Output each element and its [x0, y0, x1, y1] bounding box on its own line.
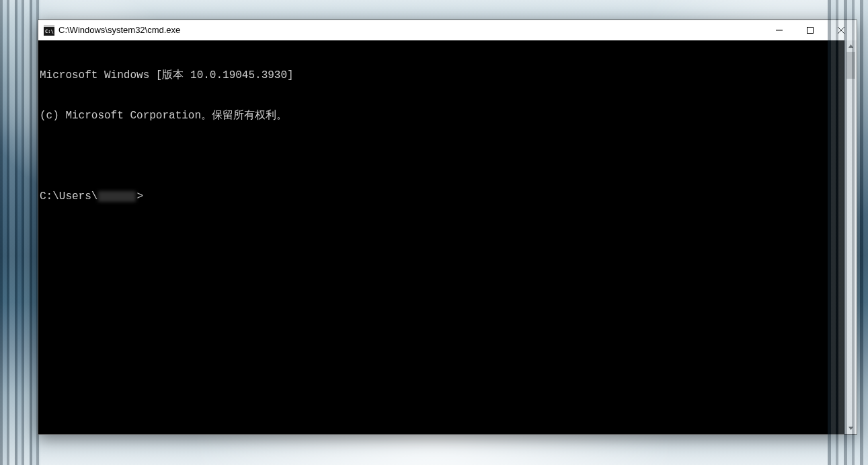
scroll-down-button[interactable] — [845, 423, 857, 434]
maximize-button[interactable] — [795, 20, 826, 40]
cmd-icon: C:\ — [44, 25, 54, 36]
window-title: C:\Windows\system32\cmd.exe — [58, 20, 764, 40]
console-line: (c) Microsoft Corporation。保留所有权利。 — [40, 109, 844, 122]
minimize-button[interactable] — [764, 20, 795, 40]
vertical-scrollbar[interactable] — [844, 40, 857, 434]
svg-rect-1 — [44, 25, 54, 27]
console-line: Microsoft Windows [版本 10.0.19045.3930] — [40, 69, 844, 82]
console-blank-line — [40, 149, 844, 163]
prompt-suffix: > — [136, 190, 143, 203]
titlebar[interactable]: C:\ C:\Windows\system32\cmd.exe — [38, 20, 857, 40]
console-output[interactable]: Microsoft Windows [版本 10.0.19045.3930] (… — [38, 40, 844, 434]
redacted-username — [98, 191, 136, 202]
scroll-up-button[interactable] — [845, 40, 857, 52]
scrollbar-thumb[interactable] — [846, 52, 855, 79]
prompt-prefix: C:\Users\ — [40, 190, 97, 203]
window-controls — [764, 20, 857, 40]
svg-text:C:\: C:\ — [45, 29, 54, 34]
console-prompt[interactable]: C:\Users\> — [40, 190, 844, 203]
scrollbar-track[interactable] — [845, 52, 857, 423]
client-area: Microsoft Windows [版本 10.0.19045.3930] (… — [38, 40, 857, 434]
close-button[interactable] — [826, 20, 857, 40]
cmd-window: C:\ C:\Windows\system32\cmd.exe Microsof… — [38, 20, 857, 435]
desktop-wallpaper: C:\ C:\Windows\system32\cmd.exe Microsof… — [0, 0, 868, 465]
svg-rect-3 — [807, 28, 814, 34]
